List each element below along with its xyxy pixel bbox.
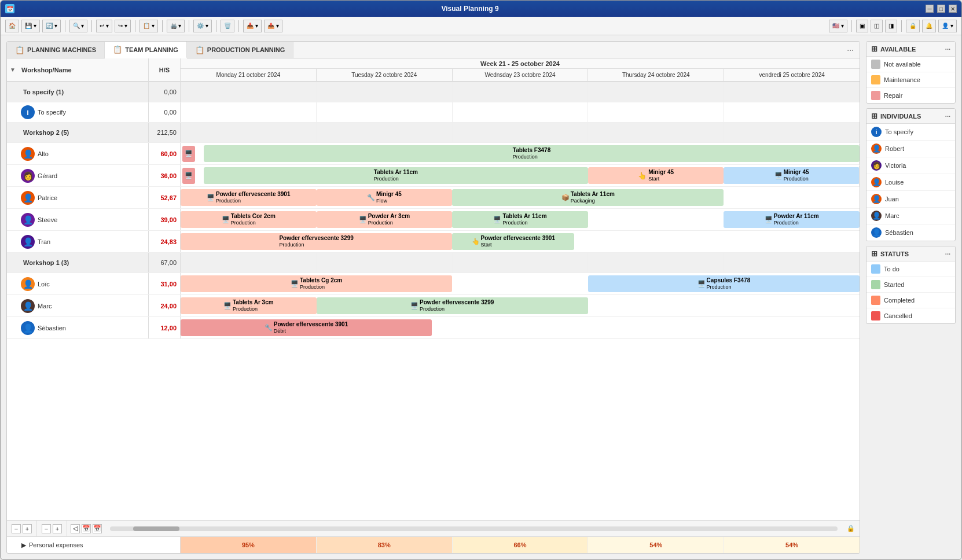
- individuals-more-btn[interactable]: ···: [945, 113, 950, 120]
- task-loic-tablets-cg[interactable]: 🖥️ Tablets Cg 2cm Production: [181, 275, 452, 292]
- toggle-workshop1[interactable]: [7, 253, 19, 272]
- config-btn[interactable]: ⚙️ ▾: [193, 20, 212, 32]
- zoom-plus-btn[interactable]: +: [23, 524, 32, 533]
- flag-btn[interactable]: 🇺🇸 ▾: [829, 20, 847, 32]
- task-patrice-minigr-flow[interactable]: 🔧 Minigr 45 Flow: [317, 189, 453, 206]
- pct-d2: 83%: [317, 537, 453, 553]
- tab-team-planning[interactable]: 📋 TEAM PLANNING: [105, 42, 187, 58]
- save-btn[interactable]: 💾 ▾: [21, 20, 40, 32]
- d5-tospecify: [724, 102, 860, 122]
- task-gerard-icon[interactable]: 🖥️: [182, 168, 195, 184]
- toggle-workshop2[interactable]: [7, 123, 19, 142]
- zoom-minus-btn[interactable]: −: [12, 524, 21, 533]
- task-alto-icon[interactable]: 🖥️: [182, 146, 195, 162]
- hs-patrice: 52,67: [148, 187, 180, 208]
- row-gerard: 👩 Gérard 36,00 🖥️: [7, 165, 860, 187]
- name-area-sebastien: 👤 Sébastien 12,00: [7, 317, 181, 338]
- avatar-alto: 👤: [21, 147, 35, 161]
- name-workshop1: Workshop 1 (3): [19, 253, 148, 272]
- ind-item-tospecify: i To specify: [866, 124, 955, 141]
- zoom-plus2-btn[interactable]: +: [53, 524, 62, 533]
- task-tran-powder-3299[interactable]: Powder effervescente 3299 Production: [181, 233, 452, 250]
- tasks-loic: 🖥️ Tablets Cg 2cm Production 🖥️: [181, 273, 860, 294]
- refresh-btn[interactable]: 🔄 ▾: [42, 20, 61, 32]
- hs-sebastien: 12,00: [148, 317, 180, 338]
- available-more-btn[interactable]: ···: [945, 46, 950, 53]
- status-label-started: Started: [884, 281, 904, 288]
- status-item-completed: Completed: [866, 293, 955, 308]
- title-bar: 📅 Visual Planning 9 ─ □ ✕: [1, 1, 961, 17]
- task-marc-tablets-ar3[interactable]: 🖥️ Tablets Ar 3cm Production: [181, 297, 317, 314]
- available-item-notavailable: Not available: [866, 57, 955, 72]
- lock-icon[interactable]: 🔒: [842, 525, 860, 532]
- toggle-tospecify[interactable]: [7, 82, 19, 102]
- zoom-minus2-btn[interactable]: −: [42, 524, 51, 533]
- hs-workshop1: 67,00: [148, 253, 180, 272]
- toggle-btn[interactable]: ▼: [7, 58, 19, 81]
- hs-tospecify-group: 0,00: [148, 82, 180, 102]
- individuals-section: ⊞ INDIVIDUALS ··· i To specify 👤 Robert …: [866, 108, 956, 241]
- task-alto-tablets[interactable]: Tablets F3478 Production: [204, 145, 860, 162]
- day-header-2: Wednsday 23 octobre 2024: [453, 69, 589, 82]
- task-patrice-powder-d1[interactable]: 🖥️ Powder effervescente 3901 Production: [181, 189, 317, 206]
- task-steeve-powder-ar[interactable]: 🖥️ Powder Ar 3cm Production: [317, 211, 453, 228]
- label-maintenance: Maintenance: [884, 76, 920, 83]
- print-btn[interactable]: 🖨️ ▾: [167, 20, 185, 32]
- status-label-cancelled: Cancelled: [884, 312, 912, 319]
- search-btn[interactable]: 🔍 ▾: [69, 20, 88, 32]
- layout2-btn[interactable]: ◫: [871, 20, 883, 32]
- cal-btn3[interactable]: 📅: [93, 524, 102, 533]
- task-steeve-powder-ar-d5[interactable]: 🖥️ Powder Ar 11cm Production: [724, 211, 860, 228]
- task-steeve-tablets-ar[interactable]: 🖥️ Tablets Ar 11cm Production: [452, 211, 588, 228]
- bell-btn[interactable]: 🔔: [922, 20, 936, 32]
- export-btn[interactable]: 📤 ▾: [264, 20, 282, 32]
- statuts-more-btn[interactable]: ···: [945, 250, 950, 257]
- scroll-thumb[interactable]: [133, 526, 179, 531]
- tasks-workshop1: [181, 253, 860, 272]
- home-btn[interactable]: 🏠: [5, 20, 19, 32]
- cal-btn1[interactable]: ◁: [71, 524, 80, 533]
- task-loic-capsules[interactable]: 🖥️ Capsules F3478 Production: [588, 275, 860, 292]
- available-item-maintenance: Maintenance: [866, 72, 955, 88]
- ind-avatar-sebastien: 👤: [871, 227, 882, 238]
- tab-planning-machines[interactable]: 📋 PLANNING MACHINES: [7, 42, 105, 58]
- undo-btn[interactable]: ↩ ▾: [96, 20, 112, 32]
- name-tospecify-group: To specify (1): [19, 82, 148, 102]
- task-marc-powder3299[interactable]: 🖥️ Powder effervescente 3299 Production: [317, 297, 588, 314]
- row-loic: 👤 Loïc 31,00 🖥️ Tablets Cg: [7, 273, 860, 295]
- layout1-btn[interactable]: ▣: [856, 20, 868, 32]
- available-header: ⊞ AVAILABLE ···: [866, 42, 955, 57]
- name-cell-alto: 👤 Alto: [19, 143, 148, 164]
- pct-d1: 95%: [181, 537, 317, 553]
- tabs-more-btn[interactable]: ···: [841, 42, 860, 58]
- task-patrice-tablets-packaging[interactable]: 📦 Tablets Ar 11cm Packaging: [452, 189, 724, 206]
- view-btn[interactable]: 📋 ▾: [139, 20, 158, 32]
- task-steeve-tablets-cor[interactable]: 🖥️ Tablets Cor 2cm Production: [181, 211, 317, 228]
- cal-btn2[interactable]: 📅: [82, 524, 91, 533]
- user-btn[interactable]: 👤 ▾: [938, 20, 957, 32]
- ind-item-sebastien: 👤 Sébastien: [866, 224, 955, 241]
- task-tran-powder-start[interactable]: 👆 Powder effervescente 3901 Start: [452, 233, 574, 250]
- available-title: AVAILABLE: [880, 46, 916, 53]
- task-sebastien-powder[interactable]: 🔧 Powder effervescente 3901 Débit: [181, 319, 432, 336]
- available-item-repair: Repair: [866, 88, 955, 103]
- delete-btn[interactable]: 🗑️: [221, 20, 234, 32]
- d5-workshop2: [724, 123, 860, 142]
- workshop-name-header: Workshop/Name: [19, 58, 148, 81]
- main-content: 📋 PLANNING MACHINES 📋 TEAM PLANNING 📋 PR…: [1, 35, 961, 559]
- statuts-header: ⊞ STATUTS ···: [866, 246, 955, 261]
- minimize-btn[interactable]: ─: [926, 5, 934, 13]
- d1-tospecify: [181, 102, 317, 122]
- dot-repair: [871, 91, 880, 100]
- row-tospecify-person: i To specify 0,00: [7, 102, 860, 123]
- close-btn[interactable]: ✕: [949, 5, 957, 13]
- toggle-tospecify-person[interactable]: [7, 102, 19, 122]
- maximize-btn[interactable]: □: [937, 5, 945, 13]
- ind-avatar-tospecify: i: [871, 127, 882, 137]
- layout3-btn[interactable]: ◨: [885, 20, 897, 32]
- name-area-tospecify-group: To specify (1) 0,00: [7, 82, 181, 102]
- redo-btn[interactable]: ↪ ▾: [115, 20, 131, 32]
- import-btn[interactable]: 📥 ▾: [243, 20, 262, 32]
- lock-btn[interactable]: 🔒: [906, 20, 920, 32]
- tab-production-planning[interactable]: 📋 PRODUCTION PLANNING: [187, 42, 293, 58]
